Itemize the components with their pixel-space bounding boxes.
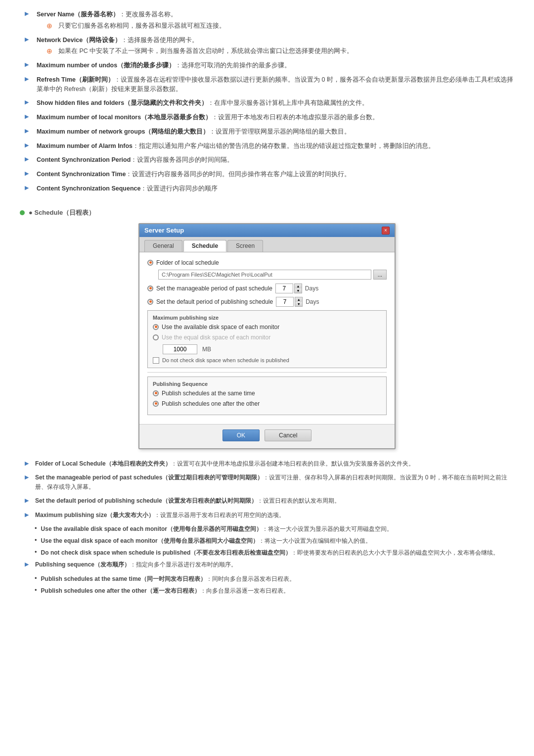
sub-pub-one-after: Publish schedules one after the other（逐一… [35, 586, 514, 595]
default-period-label: Set the default period of publishing sch… [156, 298, 273, 305]
desc-folder-text: Folder of Local Schedule（本地日程表的文件夹）：设置可在… [35, 459, 414, 469]
arrow-icon-max-network-groups: ▶ [25, 128, 34, 134]
cancel-button[interactable]: Cancel [265, 429, 312, 441]
arrow-icon-desc-default: ▶ [25, 497, 33, 504]
sub-use-equal-text: Use the equal disk space of each monitor… [41, 536, 371, 545]
arrow-icon-desc-max-pub: ▶ [25, 512, 33, 518]
arrow-icon-network-device: ▶ [25, 36, 34, 43]
manageable-spin-up[interactable]: ▲ [295, 284, 302, 288]
manageable-spin-arrows: ▲ ▼ [294, 284, 302, 293]
server-setup-dialog: Server Setup × General Schedule Screen F… [138, 223, 396, 449]
mb-label: MB [202, 346, 211, 353]
browse-button[interactable]: ... [373, 270, 387, 280]
sub-use-available: Use the available disk space of each mon… [35, 524, 514, 533]
default-period-spinner: ▲ ▼ [276, 297, 303, 307]
tab-screen[interactable]: Screen [227, 240, 263, 252]
default-spin-up[interactable]: ▲ [295, 297, 302, 302]
use-available-radio[interactable] [153, 324, 159, 330]
sub-no-check: Do not check disk space when schedule is… [35, 548, 514, 557]
manageable-spin-down[interactable]: ▼ [295, 288, 302, 293]
arrow-icon-desc-folder: ▶ [25, 460, 33, 467]
sub-no-check-text: Do not check disk space when schedule is… [41, 548, 499, 557]
content-sync-sequence-text: Content Synchronization Sequence：设置进行内容同… [37, 184, 218, 193]
folder-path-row: ... [147, 270, 387, 280]
use-equal-label: Use the equal disk space of each monitor [162, 334, 270, 341]
sub-pub-same-time-text: Publish schedules at the same time（同一时间发… [41, 574, 296, 583]
use-equal-radio[interactable] [153, 334, 159, 340]
sub-use-available-text: Use the available disk space of each mon… [41, 524, 393, 533]
green-dot-icon [20, 210, 25, 215]
arrow-icon-content-sync-period: ▶ [25, 156, 34, 162]
manageable-period-row: Set the manageable period of past schedu… [147, 284, 387, 293]
max-alarm-infos-text: Maximum number of Alarm Infos：指定用以通知用户客户… [37, 142, 435, 151]
default-days-label: Days [306, 298, 319, 305]
content-sync-period-text: Content Synchronization Period：设置内容服务器同步… [37, 155, 233, 165]
arrow-icon-max-local-monitors: ▶ [25, 113, 34, 120]
bullet-max-network-groups: ▶ Maximum number of network groups（网络组的最… [20, 127, 514, 137]
publish-same-label: Publish schedules at the same time [162, 390, 255, 397]
arrow-icon-desc-pub-seq: ▶ [25, 561, 33, 567]
plus-icon-network-device: ⊕ [46, 47, 55, 55]
arrow-icon-content-sync-sequence: ▶ [25, 185, 34, 191]
arrow-icon-content-sync-time: ▶ [25, 170, 34, 177]
publishing-sequence-title: Publishing Sequence [153, 381, 381, 387]
server-name-sub: ⊕ 只要它们服务器名称相同，服务器和显示器就可相互连接。 [46, 21, 225, 31]
publishing-sequence-group: Publishing Sequence Publish schedules at… [147, 377, 387, 415]
bullet-refresh-time: ▶ Refresh Time（刷新时间）：设置服务器在远程管理中接收显示器数据以… [20, 75, 514, 94]
default-spin-down[interactable]: ▼ [295, 302, 302, 306]
publish-same-row: Publish schedules at the same time [153, 390, 381, 397]
max-network-groups-text: Maximum number of network groups（网络组的最大数… [37, 127, 351, 137]
tab-general[interactable]: General [144, 240, 182, 252]
dialog-title: Server Setup [144, 227, 184, 234]
server-name-text: Server Name（服务器名称）：更改服务器名称。 [37, 10, 225, 19]
refresh-time-text: Refresh Time（刷新时间）：设置服务器在远程管理中接收显示器数据以进行… [37, 75, 514, 94]
desc-publishing-sequence: ▶ Publishing sequence（发布顺序）：指定向多个显示器进行发布… [20, 560, 514, 569]
folder-radio-dot [147, 260, 153, 266]
sub-pub-same-time: Publish schedules at the same time（同一时间发… [35, 574, 514, 583]
folder-section: Folder of local schedule ... [147, 259, 387, 280]
no-check-checkbox[interactable] [153, 357, 159, 364]
arrow-icon-refresh-time: ▶ [25, 76, 34, 82]
arrow-icon-server-name: ▶ [25, 10, 34, 17]
folder-label-row: Folder of local schedule [147, 259, 387, 266]
schedule-section-label: ● Schedule（日程表） [29, 208, 95, 217]
desc-max-publishing-text: Maximum publishing size（最大发布大小）：设置显示器用于发… [35, 511, 285, 520]
tab-schedule[interactable]: Schedule [183, 240, 226, 252]
bullet-content-sync-time: ▶ Content Synchronization Time：设置进行内容服务器… [20, 170, 514, 179]
default-period-input[interactable] [276, 297, 294, 307]
publish-after-label: Publish schedules one after the other [162, 400, 260, 407]
publish-after-radio[interactable] [153, 401, 159, 407]
dialog-wrapper: Server Setup × General Schedule Screen F… [20, 223, 514, 449]
no-check-row: Do not check disk space when schedule is… [153, 357, 381, 364]
sub-use-equal: Use the equal disk space of each monitor… [35, 536, 514, 545]
dialog-body: Folder of local schedule ... Set the man… [139, 252, 395, 424]
default-period-row: Set the default period of publishing sch… [147, 297, 387, 307]
mb-value-input[interactable] [163, 344, 197, 354]
max-publishing-group: Maximum publishing size Use the availabl… [147, 310, 387, 368]
bullet-server-name: ▶ Server Name（服务器名称）：更改服务器名称。 ⊕ 只要它们服务器名… [20, 10, 514, 31]
desc-default-text: Set the default period of publishing sch… [35, 496, 340, 506]
close-button[interactable]: × [382, 227, 390, 235]
folder-label: Folder of local schedule [156, 259, 219, 266]
bullet-content-sync-period: ▶ Content Synchronization Period：设置内容服务器… [20, 155, 514, 165]
desc-manageable-text: Set the manageable period of past schedu… [35, 473, 514, 491]
schedule-section-header: ● Schedule（日程表） [20, 208, 514, 217]
desc-manageable: ▶ Set the manageable period of past sche… [20, 473, 514, 491]
folder-path-input[interactable] [158, 270, 371, 280]
desc-max-publishing: ▶ Maximum publishing size（最大发布大小）：设置显示器用… [20, 511, 514, 520]
use-equal-row: Use the equal disk space of each monitor [153, 334, 381, 341]
arrow-icon-show-hidden: ▶ [25, 99, 34, 105]
ok-button[interactable]: OK [222, 429, 260, 441]
max-local-monitors-text: Maximum number of local monitors（本地显示器最多… [37, 113, 379, 122]
manageable-period-label: Set the manageable period of past schedu… [156, 285, 272, 292]
publish-same-radio[interactable] [153, 390, 159, 396]
content-sync-time-text: Content Synchronization Time：设置进行内容服务器同步… [37, 170, 351, 179]
network-device-sub-text: 如果在 PC 中安装了不止一张网卡，则当服务器首次启动时，系统就会弹出窗口让您选… [58, 47, 353, 56]
manageable-period-input[interactable] [275, 284, 293, 293]
arrow-icon-max-alarm-infos: ▶ [25, 142, 34, 148]
plus-icon-server-name: ⊕ [46, 22, 55, 30]
bullet-content-sync-sequence: ▶ Content Synchronization Sequence：设置进行内… [20, 184, 514, 193]
mb-input-row: MB [163, 344, 381, 354]
desc-publishing-seq-text: Publishing sequence（发布顺序）：指定向多个显示器进行发布时的… [35, 560, 237, 569]
max-publishing-title: Maximum publishing size [153, 315, 381, 321]
